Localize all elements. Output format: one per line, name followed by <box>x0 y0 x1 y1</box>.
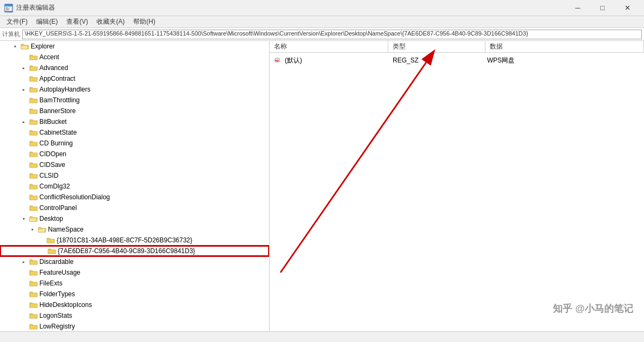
tree-item-guid1[interactable]: {18701C81-34AB-498E-8C7F-5D26B9C36732} <box>0 235 269 246</box>
expander-autoplayhandlers[interactable]: ▸ <box>19 85 28 94</box>
reg-value-icon: ab <box>274 56 283 65</box>
tree-item-cdburning[interactable]: CD Burning <box>0 138 269 149</box>
expander-controlpanel[interactable] <box>19 204 28 212</box>
expander-bannerstore[interactable] <box>19 107 28 115</box>
expander-cabinetstate[interactable] <box>19 128 28 137</box>
menu-help[interactable]: 帮助(H) <box>129 16 160 27</box>
registry-values-list: ab (默认) REG_SZ WPS网盘 <box>270 53 644 68</box>
tree-item-guid2[interactable]: {7AE6DE87-C956-4B40-9C89-3D166C9841D3} <box>0 246 269 256</box>
menu-view[interactable]: 查看(V) <box>62 16 92 27</box>
folder-icon-bannerstore <box>29 107 38 115</box>
window-title: 注册表编辑器 <box>16 3 55 12</box>
tree-item-cabinetstate[interactable]: CabinetState <box>0 127 269 138</box>
tree-item-advanced[interactable]: ▸ Advanced <box>0 62 269 73</box>
tree-item-hidedesktopicons[interactable]: HideDesktopIcons <box>0 299 269 310</box>
tree-item-bitbucket[interactable]: ▸ BitBucket <box>0 116 269 127</box>
tree-item-appcontract[interactable]: AppContract <box>0 73 269 84</box>
tree-item-logonstats[interactable]: LogonStats <box>0 310 269 321</box>
tree-item-bannerstore[interactable]: BannerStore <box>0 106 269 116</box>
svg-rect-2 <box>6 8 8 8</box>
menu-file[interactable]: 文件(F) <box>2 16 32 27</box>
column-headers: 名称 类型 数据 <box>270 41 644 53</box>
folder-icon-featureusage <box>29 269 38 276</box>
tree-item-bamthrottling[interactable]: BamThrottling <box>0 95 269 106</box>
tree-label-comdlg32: ComDlg32 <box>39 183 70 190</box>
registry-row[interactable]: ab (默认) REG_SZ WPS网盘 <box>270 55 644 66</box>
tree-item-fileexts[interactable]: FileExts <box>0 278 269 289</box>
tree-label-cdburning: CD Burning <box>39 139 73 147</box>
expander-hidedesktopicons[interactable] <box>19 301 28 309</box>
menu-favorites[interactable]: 收藏夹(A) <box>92 16 129 27</box>
expander-desktop[interactable]: ▾ <box>19 214 28 223</box>
svg-rect-1 <box>5 5 12 6</box>
expander-fileexts[interactable] <box>19 279 28 288</box>
menu-bar: 文件(F) 编辑(E) 查看(V) 收藏夹(A) 帮助(H) <box>0 16 644 28</box>
expander-comdlg32[interactable] <box>19 182 28 191</box>
expander-advanced[interactable]: ▸ <box>19 64 28 72</box>
expander-explorer[interactable]: ▾ <box>11 42 19 51</box>
col-type-header: 类型 <box>388 41 485 52</box>
address-path[interactable]: \HKEY_USERS\S-1-5-21-659195866-849881651… <box>22 30 642 39</box>
tree-label-cidsave: CIDSave <box>39 161 65 169</box>
tree-label-cabinetstate: CabinetState <box>39 129 77 136</box>
tree-label-namespace: NameSpace <box>48 226 84 233</box>
tree-label-bamthrottling: BamThrottling <box>39 96 80 104</box>
expander-foldertypes[interactable] <box>19 290 28 298</box>
folder-icon-namespace <box>38 226 46 233</box>
tree-item-lowregistry[interactable]: LowRegistry <box>0 321 269 331</box>
tree-label-clsid: CLSID <box>39 172 58 179</box>
folder-icon-cdburning <box>29 139 38 147</box>
tree-item-accent[interactable]: Accent <box>0 52 269 62</box>
expander-lowregistry[interactable] <box>19 322 28 331</box>
tree-item-conflictresolutiondialog[interactable]: ConflictResolutionDialog <box>0 192 269 203</box>
tree-label-fileexts: FileExts <box>39 280 63 287</box>
expander-clsid[interactable] <box>19 171 28 180</box>
expander-appcontract[interactable] <box>19 74 28 83</box>
tree-item-featureusage[interactable]: FeatureUsage <box>0 267 269 278</box>
expander-cdburning[interactable] <box>19 139 28 148</box>
tree-item-cidopen[interactable]: CIDOpen <box>0 149 269 159</box>
expander-cidopen[interactable] <box>19 150 28 158</box>
main-content: ▾ Explorer Accent▸ Advanced AppContract▸… <box>0 41 644 331</box>
tree-item-discardable[interactable]: ▸ Discardable <box>0 256 269 267</box>
folder-icon-controlpanel <box>29 204 38 212</box>
tree-label-logonstats: LogonStats <box>39 312 72 319</box>
menu-edit[interactable]: 编辑(E) <box>32 16 62 27</box>
reg-value-type: REG_SZ <box>393 57 487 64</box>
minimize-button[interactable]: ─ <box>565 0 590 16</box>
tree-label-accent: Accent <box>39 53 59 61</box>
expander-discardable[interactable]: ▸ <box>19 257 28 266</box>
tree-item-explorer[interactable]: ▾ Explorer <box>0 41 269 52</box>
folder-icon-appcontract <box>29 75 38 82</box>
tree-label-appcontract: AppContract <box>39 75 76 82</box>
tree-item-clsid[interactable]: CLSID <box>0 170 269 181</box>
tree-label-guid2: {7AE6DE87-C956-4B40-9C89-3D166C9841D3} <box>58 247 195 255</box>
folder-icon-lowregistry <box>29 323 38 330</box>
expander-accent[interactable] <box>19 53 28 61</box>
close-button[interactable]: ✕ <box>615 0 640 16</box>
expander-guid2[interactable] <box>38 247 46 255</box>
folder-icon-foldertypes <box>29 290 38 298</box>
tree-item-cidsave[interactable]: CIDSave <box>0 159 269 170</box>
folder-icon-explorer <box>20 43 29 50</box>
tree-item-desktop[interactable]: ▾ Desktop <box>0 213 269 224</box>
tree-item-controlpanel[interactable]: ControlPanel <box>0 203 269 213</box>
expander-logonstats[interactable] <box>19 311 28 320</box>
folder-icon-clsid <box>29 172 38 179</box>
folder-icon-cidsave <box>29 161 38 169</box>
expander-cidsave[interactable] <box>19 160 28 169</box>
tree-item-foldertypes[interactable]: FolderTypes <box>0 289 269 299</box>
tree-item-comdlg32[interactable]: ComDlg32 <box>0 181 269 192</box>
expander-conflictresolutiondialog[interactable] <box>19 193 28 201</box>
folder-icon-autoplayhandlers <box>29 86 38 93</box>
expander-namespace[interactable]: ▾ <box>28 225 37 234</box>
expander-bamthrottling[interactable] <box>19 96 28 104</box>
expander-guid1[interactable] <box>37 236 45 245</box>
tree-item-autoplayhandlers[interactable]: ▸ AutoplayHandlers <box>0 84 269 95</box>
tree-item-namespace[interactable]: ▾ NameSpace <box>0 224 269 235</box>
expander-featureusage[interactable] <box>19 268 28 277</box>
address-bar: 计算机 \HKEY_USERS\S-1-5-21-659195866-84988… <box>0 28 644 41</box>
expander-bitbucket[interactable]: ▸ <box>19 117 28 126</box>
maximize-button[interactable]: □ <box>590 0 615 16</box>
registry-tree[interactable]: ▾ Explorer Accent▸ Advanced AppContract▸… <box>0 41 270 331</box>
